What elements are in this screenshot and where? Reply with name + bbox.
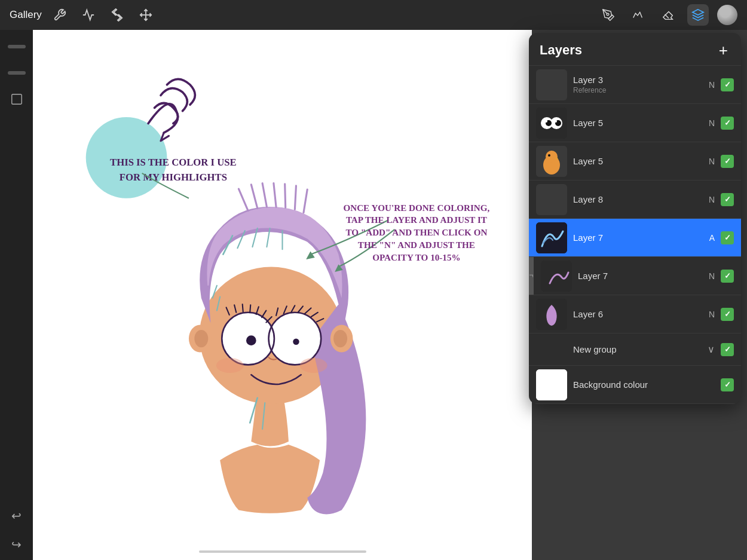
layer-row[interactable]: Layer 5 N <box>529 104 741 142</box>
brush-size-slider[interactable] <box>8 45 26 48</box>
redo-button[interactable]: ↪ <box>6 534 27 555</box>
svg-point-25 <box>246 335 256 345</box>
svg-text:THIS IS THE COLOR I USE: THIS IS THE COLOR I USE <box>110 157 237 168</box>
layer-blend-mode[interactable]: N <box>709 118 715 128</box>
svg-line-38 <box>243 304 243 312</box>
layer-visibility-check[interactable] <box>721 308 734 321</box>
layers-tool-button[interactable] <box>687 4 709 26</box>
layer-blend-mode[interactable]: A <box>709 233 715 243</box>
layer-name: Layer 8 <box>573 194 709 204</box>
wrench-tool-button[interactable] <box>49 4 71 26</box>
layer-visibility-check[interactable] <box>721 231 734 244</box>
layer-thumbnail <box>536 299 567 330</box>
layer-thumbnail <box>536 146 567 177</box>
transform-tool-button[interactable] <box>135 4 157 26</box>
group-name: New group <box>573 344 708 354</box>
undo-button[interactable]: ↩ <box>6 505 27 527</box>
svg-text:THE "N" AND ADJUST THE: THE "N" AND ADJUST THE <box>358 240 475 250</box>
svg-point-20 <box>194 330 208 347</box>
background-colour-label: Background colour <box>573 380 721 390</box>
group-chevron-icon[interactable]: ∨ <box>708 344 715 355</box>
layer-visibility-check[interactable] <box>721 193 734 206</box>
toolbar-left: Gallery <box>10 4 157 26</box>
canvas-content[interactable]: THIS IS THE COLOR I USE FOR MY HIGHLIGHT… <box>33 30 532 560</box>
svg-rect-77 <box>536 369 567 400</box>
layer-name: Layer 5 <box>573 156 709 166</box>
layer-name: Layer 6 <box>573 309 709 319</box>
canvas-scroll-bar <box>199 550 366 553</box>
layer-name: Layer 5 <box>573 118 709 128</box>
layers-header: Layers + <box>529 33 741 66</box>
layer-blend-mode[interactable]: N <box>709 157 715 166</box>
layer-info: Layer 6 <box>573 309 709 319</box>
sidebar-opacity <box>6 62 27 84</box>
svg-line-50 <box>274 183 276 207</box>
svg-point-3 <box>607 13 609 16</box>
svg-point-18 <box>333 330 347 347</box>
layer-row[interactable]: Г Layer 7 N <box>529 257 741 295</box>
svg-marker-4 <box>693 10 703 15</box>
background-colour-row[interactable]: Background colour <box>529 366 741 404</box>
svg-rect-74 <box>536 222 567 253</box>
layer-thumbnail <box>536 184 567 215</box>
svg-point-44 <box>216 358 244 373</box>
layer-blend-mode[interactable]: N <box>709 80 715 90</box>
layers-panel: Layers + Layer 3 Reference N <box>529 33 741 404</box>
layer-thumbnail <box>536 69 567 100</box>
svg-point-26 <box>293 339 299 345</box>
gallery-button[interactable]: Gallery <box>10 9 42 21</box>
svg-rect-5 <box>11 94 22 105</box>
svg-point-71 <box>546 151 558 163</box>
svg-point-72 <box>548 154 550 157</box>
layer-visibility-check[interactable] <box>721 117 734 130</box>
svg-rect-73 <box>536 184 567 215</box>
layer-name: Layer 3 <box>573 75 709 85</box>
background-colour-thumbnail <box>536 369 567 400</box>
toolbar-right <box>598 4 737 26</box>
svg-text:OPACITY TO 10-15%: OPACITY TO 10-15% <box>372 253 460 262</box>
ink-tool-button[interactable] <box>627 4 649 26</box>
sidebar-brush-size <box>6 36 27 57</box>
svg-point-43 <box>300 358 327 373</box>
layer-blend-mode[interactable]: N <box>709 271 715 281</box>
layer-blend-mode[interactable]: N <box>709 310 715 319</box>
svg-point-67 <box>545 120 547 123</box>
layer-info: Layer 7 <box>578 271 709 281</box>
svg-line-47 <box>238 189 248 211</box>
add-layer-button[interactable]: + <box>717 42 730 58</box>
new-group-row[interactable]: New group ∨ <box>529 333 741 366</box>
group-visibility-check[interactable] <box>721 343 734 356</box>
layer-visibility-check[interactable] <box>721 155 734 168</box>
layer-visibility-check[interactable] <box>721 78 734 91</box>
svg-point-27 <box>244 333 248 337</box>
background-visibility-check[interactable] <box>721 378 734 391</box>
svg-line-48 <box>251 185 257 209</box>
layer-row[interactable]: Layer 6 N <box>529 295 741 333</box>
layer-info: Layer 5 <box>573 156 709 166</box>
layer-row[interactable]: Layer 3 Reference N <box>529 66 741 104</box>
layer-row-active[interactable]: Layer 7 A <box>529 219 741 257</box>
layer-name: Layer 7 <box>573 232 709 243</box>
layer-row[interactable]: Layer 8 N <box>529 180 741 219</box>
svg-text:TO "ADD" AND THEN CLICK ON: TO "ADD" AND THEN CLICK ON <box>345 228 487 237</box>
left-sidebar: ↩ ↪ <box>0 30 33 560</box>
layer-blend-mode[interactable]: N <box>709 195 715 204</box>
eraser-tool-button[interactable] <box>657 4 679 26</box>
svg-text:TAP THE LAYER AND ADJUST IT: TAP THE LAYER AND ADJUST IT <box>346 215 487 225</box>
layer-info: Background colour <box>573 380 721 390</box>
svg-line-49 <box>262 183 267 207</box>
pen-tool-button[interactable] <box>598 4 619 26</box>
layer-thumbnail <box>536 222 567 253</box>
opacity-slider[interactable] <box>8 71 26 75</box>
adjust-tool-button[interactable] <box>78 4 99 26</box>
svg-marker-54 <box>306 251 315 259</box>
layer-sublabel: Reference <box>573 86 709 94</box>
svg-line-52 <box>295 186 296 210</box>
user-avatar[interactable] <box>717 5 737 25</box>
layer-row[interactable]: Layer 5 N <box>529 142 741 180</box>
top-toolbar: Gallery <box>0 0 747 30</box>
layer-visibility-check[interactable] <box>721 270 734 283</box>
selection-tool-button[interactable] <box>106 4 128 26</box>
sidebar-shape-button[interactable] <box>6 88 27 110</box>
svg-line-51 <box>285 184 286 208</box>
